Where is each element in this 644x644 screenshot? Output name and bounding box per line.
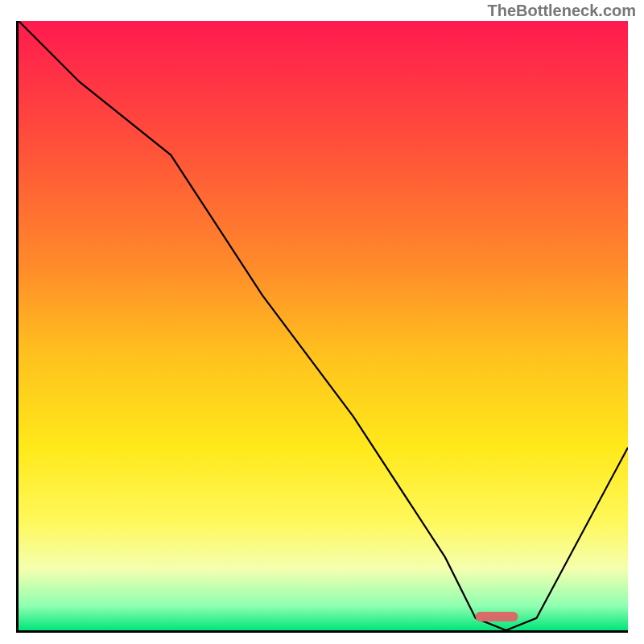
- plot-area: [16, 21, 628, 633]
- svg-rect-0: [19, 21, 628, 630]
- optimal-range-marker: [476, 612, 518, 621]
- watermark-text: TheBottleneck.com: [488, 2, 636, 20]
- gradient-background: [19, 21, 628, 630]
